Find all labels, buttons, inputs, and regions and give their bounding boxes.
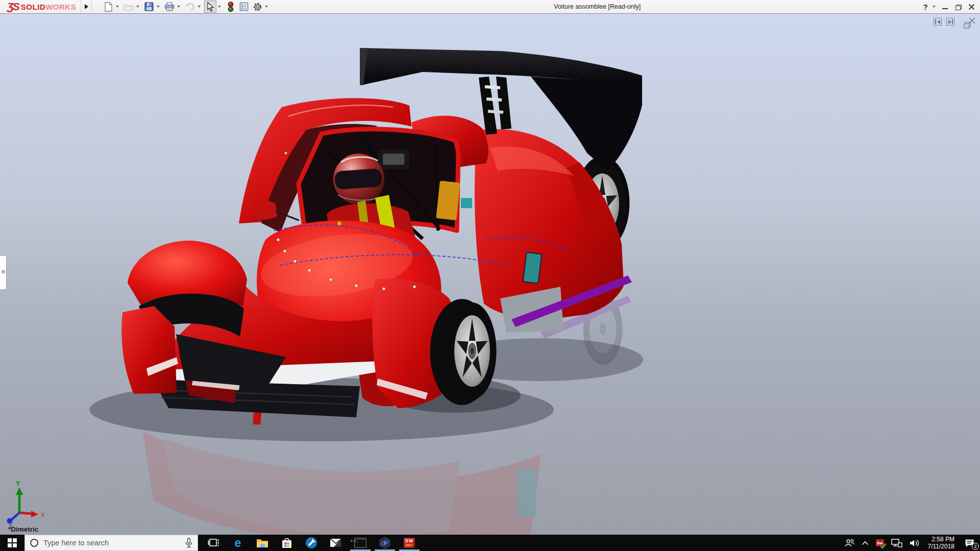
save-button[interactable] <box>143 1 155 13</box>
windows-logo-icon <box>8 538 17 547</box>
quick-access-toolbar <box>102 0 271 13</box>
window-controls: ? <box>919 0 978 13</box>
undo-dropdown[interactable] <box>198 6 201 8</box>
wrench-circle-icon <box>305 537 317 549</box>
mail-icon <box>330 538 342 547</box>
solidworks-logo[interactable]: ƷS SOLID WORKS <box>7 0 76 13</box>
search-placeholder-text: Type here to search <box>43 539 180 547</box>
restore-button[interactable] <box>951 1 965 13</box>
notification-badge: 2 <box>972 543 979 550</box>
system-tray: Sw <box>842 535 980 551</box>
feature-panel-tab[interactable] <box>0 255 7 290</box>
previous-view-button[interactable] <box>934 18 942 26</box>
solidworks-logo-text-bold: SOLID <box>21 3 45 11</box>
green-check-icon <box>880 543 887 549</box>
window-title: Voiture assomblee [Read-only] <box>554 3 641 10</box>
print-dropdown[interactable] <box>177 6 180 8</box>
gear-icon <box>253 2 262 12</box>
volume-button[interactable] <box>908 535 922 551</box>
print-button[interactable] <box>163 1 176 13</box>
microphone-icon[interactable] <box>185 538 192 548</box>
open-folder-icon <box>124 3 134 11</box>
sw-year: 2017 <box>406 543 413 547</box>
help-dropdown[interactable] <box>933 6 936 8</box>
file-explorer-icon <box>256 538 268 548</box>
solidworks-2017-icon: SW 2017 <box>404 538 415 548</box>
file-properties-icon <box>239 2 249 11</box>
minimize-button[interactable] <box>938 1 951 13</box>
tray-expand-button[interactable] <box>860 535 871 551</box>
chevron-up-icon <box>862 541 869 545</box>
edge-button[interactable]: e <box>226 535 250 551</box>
solidworks-logo-text-light: WORKS <box>45 3 76 11</box>
options-button[interactable] <box>251 1 263 13</box>
people-button[interactable] <box>842 535 856 551</box>
close-button[interactable] <box>965 1 978 13</box>
options-dropdown[interactable] <box>265 6 268 8</box>
microsoft-store-button[interactable] <box>275 535 299 551</box>
sw-letters: SW <box>405 539 414 543</box>
menu-expand-button[interactable] <box>81 0 92 13</box>
undo-button[interactable] <box>184 1 196 13</box>
open-dropdown[interactable] <box>136 6 139 8</box>
windows-taskbar: Type here to search e <box>0 535 980 551</box>
taskbar-apps: e <box>201 535 422 551</box>
network-icon <box>891 539 902 547</box>
help-icon: ? <box>923 3 927 11</box>
view-orientation-label: *Dimetric <box>8 525 38 533</box>
hexagon-3d-icon <box>379 537 391 549</box>
prompt-text: C:\_ <box>351 539 358 543</box>
task-view-button[interactable] <box>201 535 226 551</box>
settings-tool-button[interactable] <box>299 535 324 551</box>
minimize-icon <box>942 8 948 9</box>
undo-arrow-icon <box>185 3 195 11</box>
3d-app-button[interactable] <box>373 535 397 551</box>
restore-icon <box>955 5 961 9</box>
next-view-button[interactable] <box>946 18 954 26</box>
arrow-right-icon <box>948 20 951 24</box>
stoplight-icon <box>227 2 234 12</box>
save-dropdown[interactable] <box>157 6 160 8</box>
microsoft-store-icon <box>281 538 292 548</box>
triad-x-label: X <box>41 512 45 518</box>
new-document-button[interactable] <box>102 1 114 13</box>
close-icon <box>968 4 975 10</box>
action-center-button[interactable]: 2 <box>961 535 978 551</box>
solidworks-window: ƷS SOLID WORKS <box>0 0 980 551</box>
arrow-left-icon <box>937 20 940 24</box>
document-window-controls <box>934 17 976 27</box>
solidworks-logo-mark: ƷS <box>7 1 19 13</box>
bar-icon <box>952 19 953 24</box>
file-explorer-button[interactable] <box>250 535 275 551</box>
rebuild-button[interactable] <box>225 1 237 13</box>
cortana-icon <box>30 539 38 547</box>
new-document-dropdown[interactable] <box>116 6 119 8</box>
bar-icon <box>935 19 936 24</box>
command-prompt-button[interactable]: C:\_ <box>348 535 373 551</box>
side-mirror <box>254 201 277 220</box>
select-cursor-icon <box>207 2 214 12</box>
graphics-area[interactable]: Y X Z *Dimetric <box>0 14 980 535</box>
solidworks-monitor-button[interactable]: Sw <box>874 535 886 551</box>
triad-y-label: Y <box>16 480 20 487</box>
people-icon <box>844 539 854 547</box>
taskbar-search[interactable]: Type here to search <box>24 535 198 551</box>
title-bar: ƷS SOLID WORKS <box>0 0 980 14</box>
print-icon <box>164 2 175 11</box>
taskbar-clock[interactable]: 2:58 PM 7/11/2018 <box>925 536 958 550</box>
help-button[interactable]: ? <box>919 1 932 13</box>
car-model-render <box>0 14 980 535</box>
start-button[interactable] <box>0 535 24 551</box>
panel-handle-dot <box>2 270 5 273</box>
solidworks-app-button[interactable]: SW 2017 <box>397 535 422 551</box>
network-button[interactable] <box>889 535 904 551</box>
open-button[interactable] <box>122 1 135 13</box>
select-tool-button[interactable] <box>204 1 216 13</box>
edge-icon: e <box>235 537 241 549</box>
mail-button[interactable] <box>324 535 348 551</box>
clock-time: 2:58 PM <box>928 536 955 543</box>
file-properties-button[interactable] <box>238 1 250 13</box>
clock-date: 7/11/2018 <box>928 543 955 550</box>
select-dropdown[interactable] <box>218 6 221 8</box>
front-wheel <box>448 303 497 399</box>
